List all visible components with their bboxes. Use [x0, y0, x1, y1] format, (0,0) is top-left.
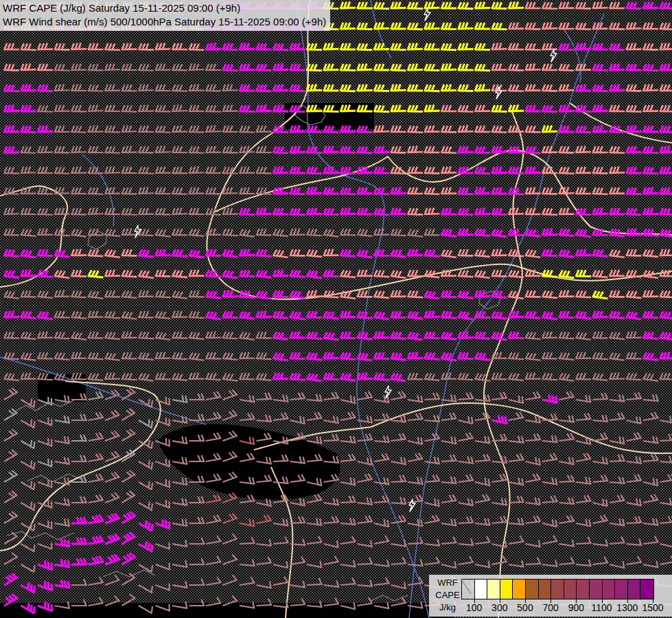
legend-label-wrf: WRF — [435, 577, 461, 589]
legend-cell — [640, 580, 653, 599]
lightning-icon — [385, 386, 391, 398]
legend-value: 500 — [517, 602, 533, 613]
lightning-icon — [496, 87, 502, 99]
weather-map-canvas: WRF CAPE (J/kg) Saturday 15-11-2025 09:0… — [0, 0, 672, 618]
legend-cell — [603, 580, 616, 599]
legend-value: 100 — [466, 602, 482, 613]
legend-label: WRF CAPE J/kg — [435, 577, 461, 614]
legend-value: 1100 — [592, 602, 612, 613]
legend-label-unit: J/kg — [435, 602, 461, 614]
legend-cell — [615, 580, 628, 599]
lightning-icon — [424, 8, 430, 21]
legend-value: 900 — [568, 602, 584, 613]
legend-label-cape: CAPE — [435, 589, 461, 602]
map-title-box: WRF CAPE (J/kg) Saturday 15-11-2025 09:0… — [0, 0, 330, 31]
lightning-icon — [551, 49, 557, 62]
legend-cell — [564, 580, 577, 599]
legend-cell — [590, 580, 603, 599]
legend-cell — [526, 580, 539, 599]
lightning-icon — [409, 499, 415, 512]
cape-legend: WRF CAPE J/kg 10030050070090011001300150… — [429, 575, 672, 617]
legend-value: 1500 — [642, 602, 663, 613]
legend-cell — [462, 580, 475, 599]
cape-title: WRF CAPE (J/kg) Saturday 15-11-2025 09:0… — [3, 1, 326, 15]
legend-color-bar — [461, 579, 654, 599]
legend-value: 700 — [543, 602, 559, 613]
legend-cell — [487, 580, 500, 599]
lightning-icon — [135, 225, 141, 238]
legend-cell — [513, 580, 526, 599]
legend-value: 1300 — [616, 602, 638, 613]
shear-title: WRF Wind shear (m/s) 500/1000hPa Saturda… — [3, 15, 326, 29]
legend-cell — [539, 580, 552, 599]
legend-cell — [551, 580, 564, 599]
legend-value: 300 — [491, 602, 507, 613]
legend-cell — [577, 580, 590, 599]
legend-cell — [475, 580, 488, 599]
legend-cell — [628, 580, 641, 599]
lightning-marker-layer — [0, 0, 672, 618]
legend-cell — [500, 580, 513, 599]
